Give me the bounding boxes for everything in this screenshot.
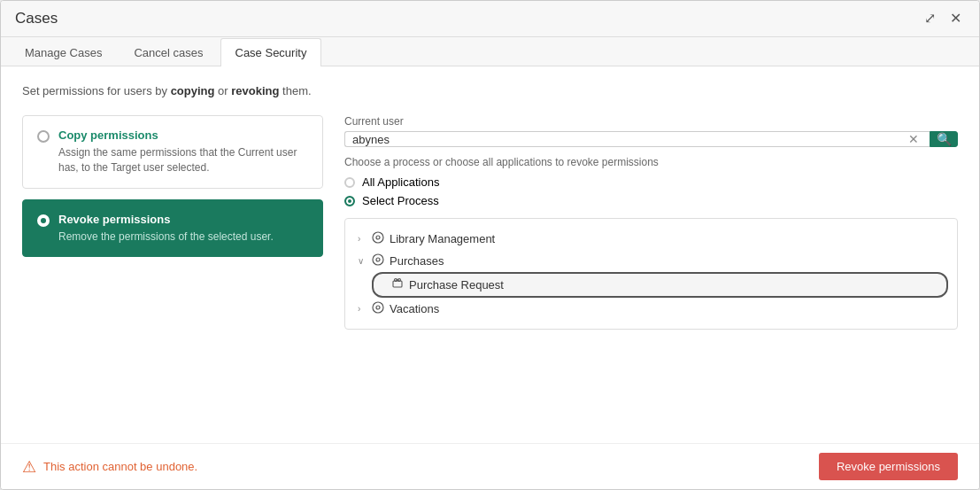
modal-container: Cases ⤢ ✕ Manage Cases Cancel cases Case… [0,0,980,490]
close-button[interactable]: ✕ [946,10,965,27]
purchase-request-label: Purchase Request [409,278,943,292]
process-radio-options: All Applications Select Process [344,175,958,207]
copy-radio [37,130,50,143]
revoke-option-text: Revoke permissions Remove the permission… [58,213,308,245]
svg-point-0 [373,232,383,243]
tab-case-security[interactable]: Case Security [220,38,322,66]
modal-body: Set permissions for users by copying or … [1,66,979,443]
expand-button[interactable]: ⤢ [921,10,939,27]
revoke-option-title: Revoke permissions [58,213,308,226]
content-area: Copy permissions Assign the same permiss… [22,115,958,330]
copy-permissions-option[interactable]: Copy permissions Assign the same permiss… [22,115,323,189]
select-process-radio [344,196,355,206]
svg-point-3 [376,258,380,261]
chevron-right-icon: › [358,234,367,244]
tab-manage-cases[interactable]: Manage Cases [10,38,117,66]
description-middle: or [218,84,231,97]
tab-cancel-cases[interactable]: Cancel cases [119,38,218,66]
vacations-icon [372,301,384,316]
modal-header: Cases ⤢ ✕ [1,1,979,37]
copy-option-text: Copy permissions Assign the same permiss… [58,128,308,175]
search-icon: 🔍 [937,132,952,146]
expand-icon: ⤢ [924,11,936,26]
copy-option-desc: Assign the same permissions that the Cur… [58,145,308,175]
purchase-request-indent: Purchase Request [354,272,948,298]
tree-item-vacations[interactable]: › Vacations [354,298,948,320]
svg-point-1 [376,236,380,239]
current-user-label: Current user [344,115,958,128]
warning-row: ⚠ This action cannot be undone. [22,457,197,477]
close-icon: ✕ [950,11,961,26]
select-process-label: Select Process [362,194,439,207]
description-bold-copying: copying [171,84,215,97]
all-applications-radio-row[interactable]: All Applications [344,175,958,189]
vacations-label: Vacations [390,302,945,315]
description-bold-revoking: revoking [231,84,279,97]
copy-option-title: Copy permissions [58,128,308,142]
description-text: Set permissions for users by copying or … [22,84,958,97]
purchase-request-icon [391,277,404,292]
left-panel: Copy permissions Assign the same permiss… [22,115,323,330]
description-prefix: Set permissions for users by [22,84,171,97]
tree-item-purchase-request[interactable]: Purchase Request [372,272,948,298]
select-process-radio-row[interactable]: Select Process [344,194,958,207]
vacations-chevron-right-icon: › [358,304,367,314]
revoke-option-desc: Remove the permissions of the selected u… [58,229,308,245]
warning-icon: ⚠ [22,457,36,477]
tree-item-purchases[interactable]: ∨ Purchases [354,250,948,272]
revoke-permissions-option[interactable]: Revoke permissions Remove the permission… [22,199,323,258]
tabs-bar: Manage Cases Cancel cases Case Security [1,37,979,66]
purchases-icon [372,253,384,268]
description-suffix: them. [282,84,312,97]
right-panel: Current user ✕ 🔍 Choose a process or cho… [344,115,958,330]
svg-rect-4 [393,281,402,287]
chevron-down-icon: ∨ [358,256,367,266]
modal-title: Cases [15,10,58,27]
tree-item-library-management[interactable]: › Library Management [354,228,948,250]
process-tree: › Library Management ∨ [344,218,958,330]
all-applications-radio [344,177,355,188]
modal-header-icons: ⤢ ✕ [921,10,965,27]
revoke-permissions-button[interactable]: Revoke permissions [819,453,958,480]
library-management-label: Library Management [390,232,945,245]
svg-point-9 [376,306,380,309]
purchases-label: Purchases [390,254,945,268]
modal-footer: ⚠ This action cannot be undone. Revoke p… [1,443,979,489]
search-button[interactable]: 🔍 [930,131,958,147]
clear-icon: ✕ [908,132,919,146]
revoke-radio [37,214,50,227]
all-applications-label: All Applications [362,175,439,189]
warning-text: This action cannot be undone. [43,460,197,473]
library-management-icon [372,231,384,246]
search-input-wrapper: ✕ [344,131,930,147]
clear-search-button[interactable]: ✕ [905,132,922,146]
choose-process-label: Choose a process or choose all applicati… [344,156,958,168]
svg-point-8 [373,302,383,313]
user-search-input[interactable] [352,133,905,146]
svg-point-2 [373,254,383,265]
search-row: ✕ 🔍 [344,131,958,147]
